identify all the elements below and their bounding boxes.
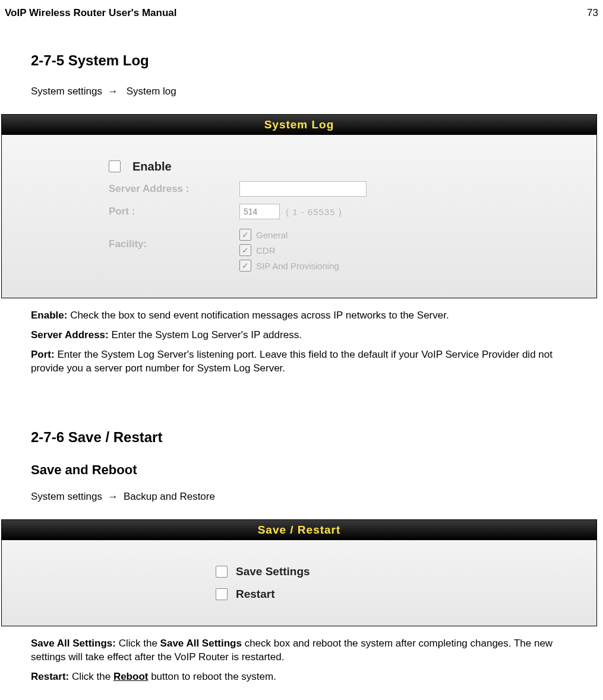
facility-item-label: SIP And Provisioning <box>256 261 339 271</box>
facility-item-cdr: ✓ CDR <box>239 244 339 256</box>
arrow-icon: → <box>108 86 118 97</box>
restart-label: Restart <box>236 588 274 601</box>
breadcrumb-part-a: System settings <box>31 86 102 97</box>
subheading-save-reboot: Save and Reboot <box>31 462 572 478</box>
save-desc-t1: Click the <box>116 638 160 649</box>
section-heading-system-log: 2-7-5 System Log <box>31 52 572 69</box>
port-desc-bold: Port: <box>31 349 55 360</box>
restart-row: Restart <box>216 585 573 603</box>
server-address-input[interactable] <box>239 181 367 197</box>
section-heading-save-restart: 2-7-6 Save / Restart <box>31 429 572 446</box>
server-desc-text: Enter the System Log Server's IP address… <box>109 329 302 340</box>
restart-desc-bold: Restart: <box>31 671 69 682</box>
save-settings-checkbox[interactable] <box>216 566 228 578</box>
breadcrumb-part-a: System settings <box>31 491 102 502</box>
enable-row: Enable <box>109 157 573 175</box>
save-settings-row: Save Settings <box>216 563 573 581</box>
restart-desc-t1: Click the <box>69 671 113 682</box>
save-settings-label: Save Settings <box>236 565 310 578</box>
check-icon: ✓ <box>242 246 249 254</box>
breadcrumb-part-b: System log <box>127 86 176 97</box>
breadcrumb: System settings → Backup and Restore <box>31 491 572 503</box>
port-label: Port : <box>109 206 239 217</box>
doc-title: VoIP Wireless Router User's Manual <box>5 7 177 19</box>
save-desc-bold2: Save All Settings <box>160 638 242 649</box>
save-desc-bold: Save All Settings: <box>31 638 116 649</box>
restart-description: Restart: Click the Reboot button to rebo… <box>31 670 572 684</box>
server-address-row: Server Address : <box>109 180 573 198</box>
breadcrumb: System settings → System log <box>31 86 572 97</box>
breadcrumb-part-b: Backup and Restore <box>124 491 215 502</box>
save-restart-panel: Save / Restart Save Settings Restart <box>1 519 597 626</box>
panel-title: System Log <box>2 115 596 135</box>
doc-header: VoIP Wireless Router User's Manual 73 <box>0 7 603 23</box>
port-desc-text: Enter the System Log Server's listening … <box>31 349 553 374</box>
restart-desc-t2: button to reboot the system. <box>148 671 276 682</box>
port-description: Port: Enter the System Log Server's list… <box>31 348 572 376</box>
enable-desc-text: Check the box to send event notification… <box>67 310 449 321</box>
server-desc-bold: Server Address: <box>31 329 109 340</box>
enable-checkbox[interactable] <box>109 160 121 172</box>
save-all-description: Save All Settings: Click the Save All Se… <box>31 637 572 664</box>
facility-item-sip: ✓ SIP And Provisioning <box>239 260 339 272</box>
facility-list: ✓ General ✓ CDR ✓ SIP And Provisioning <box>239 225 339 275</box>
port-row: Port : 514 ( 1 - 65535 ) <box>109 203 573 220</box>
port-range-hint: ( 1 - 65535 ) <box>286 207 342 217</box>
facility-label: Facility: <box>109 225 239 250</box>
enable-desc-bold: Enable: <box>31 310 67 321</box>
cdr-checkbox[interactable]: ✓ <box>239 244 251 256</box>
server-description: Server Address: Enter the System Log Ser… <box>31 329 572 342</box>
restart-checkbox[interactable] <box>216 588 228 600</box>
facility-item-label: CDR <box>256 245 276 256</box>
enable-label: Enable <box>132 160 172 174</box>
page-number: 73 <box>587 7 598 19</box>
system-log-panel: System Log Enable Server Address : Port … <box>1 114 597 298</box>
facility-item-general: ✓ General <box>239 229 339 241</box>
facility-row: Facility: ✓ General ✓ CDR ✓ SIP And Prov… <box>109 225 573 275</box>
enable-description: Enable: Check the box to send event noti… <box>31 309 572 323</box>
check-icon: ✓ <box>242 261 249 270</box>
restart-desc-bold2: Reboot <box>113 671 149 682</box>
general-checkbox[interactable]: ✓ <box>239 229 251 241</box>
arrow-icon: → <box>108 491 118 502</box>
port-input[interactable]: 514 <box>239 204 280 219</box>
sip-checkbox[interactable]: ✓ <box>239 260 251 272</box>
facility-item-label: General <box>256 230 288 240</box>
server-address-label: Server Address : <box>109 183 239 195</box>
panel-title: Save / Restart <box>2 520 596 540</box>
check-icon: ✓ <box>242 231 249 239</box>
